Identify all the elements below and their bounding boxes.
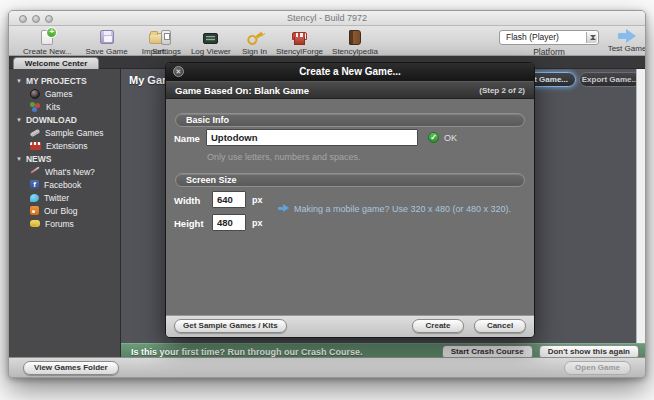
sidebar-item-whats-new[interactable]: What's New? xyxy=(9,165,120,178)
cancel-button[interactable]: Cancel xyxy=(474,319,526,333)
sidebar-section-download[interactable]: DOWNLOAD xyxy=(9,113,120,126)
name-label: Name xyxy=(174,133,200,144)
sidebar-item-games[interactable]: Games xyxy=(9,87,120,100)
name-hint: Only use letters, numbers and spaces. xyxy=(207,152,361,162)
extensions-awning-icon xyxy=(30,142,41,150)
toolbar-stencylforge[interactable]: StencylForge xyxy=(276,29,323,56)
key-icon xyxy=(246,29,263,45)
dialog-footer: Get Sample Games / Kits Create Cancel xyxy=(166,315,534,337)
crash-course-message: Is this your first time? Run through our… xyxy=(131,347,442,357)
tab-welcome-center[interactable]: Welcome Center xyxy=(13,57,99,69)
height-label: Height xyxy=(174,218,204,229)
toolbar-test-game[interactable]: Test Game xyxy=(607,29,646,53)
dialog-title: Create a New Game... xyxy=(166,63,534,81)
pin-icon xyxy=(30,166,39,173)
height-input[interactable] xyxy=(212,214,246,231)
toolbar-settings[interactable]: Settings xyxy=(152,29,181,56)
dialog-body: Basic Info Name OK Only use letters, num… xyxy=(166,99,534,315)
toolbar: Create New... Save Game Import... Settin… xyxy=(9,26,645,56)
ok-check-icon xyxy=(428,132,439,143)
sidebar-item-kits[interactable]: Kits xyxy=(9,100,120,113)
name-input[interactable] xyxy=(206,129,418,146)
based-on-label: Game Based On: Blank Game xyxy=(175,82,309,100)
get-sample-games-button[interactable]: Get Sample Games / Kits xyxy=(174,319,287,333)
zoom-window-icon[interactable] xyxy=(45,15,53,23)
sidebar-section-news[interactable]: NEWS xyxy=(9,152,120,165)
basic-info-section-header: Basic Info xyxy=(175,113,525,127)
book-icon xyxy=(349,29,361,45)
sidebar-item-extensions[interactable]: Extensions xyxy=(9,139,120,152)
sidebar-item-twitter[interactable]: Twitter xyxy=(9,191,120,204)
log-screen-icon xyxy=(203,29,218,45)
toolbar-log-viewer[interactable]: Log Viewer xyxy=(191,29,231,56)
sidebar-item-facebook[interactable]: Facebook xyxy=(9,178,120,191)
window-title: Stencyl - Build 7972 xyxy=(9,11,645,26)
bottom-bar: View Games Folder Open Game xyxy=(9,357,645,377)
width-label: Width xyxy=(174,195,200,206)
blue-arrow-icon xyxy=(618,29,637,43)
toolbar-save-game[interactable]: Save Game xyxy=(85,29,127,56)
twitter-bird-icon xyxy=(30,194,39,202)
step-indicator: (Step 2 of 2) xyxy=(479,82,525,100)
screen-size-section-header: Screen Size xyxy=(175,173,525,187)
scrollbar[interactable] xyxy=(636,69,645,343)
toolbar-create-new[interactable]: Create New... xyxy=(23,29,71,56)
dialog-title-bar: Create a New Game... xyxy=(166,63,534,81)
export-game-button[interactable]: Export Game... xyxy=(579,72,641,87)
save-icon xyxy=(100,29,114,45)
platform-select[interactable]: Flash (Player) xyxy=(499,30,599,45)
close-window-icon[interactable] xyxy=(19,15,27,23)
width-input[interactable] xyxy=(212,191,246,208)
minimize-window-icon[interactable] xyxy=(32,15,40,23)
mobile-hint-arrow-icon xyxy=(278,204,289,212)
games-sphere-icon xyxy=(30,89,40,99)
sidebar-item-forums[interactable]: Forums xyxy=(9,217,120,230)
speech-bubble-icon xyxy=(30,220,40,227)
chain-link-icon xyxy=(30,128,41,136)
sidebar-item-sample-games[interactable]: Sample Games xyxy=(9,126,120,139)
rss-blog-icon xyxy=(30,206,39,215)
create-button[interactable]: Create xyxy=(412,319,464,333)
name-status: OK xyxy=(444,133,457,143)
toolbar-sign-in[interactable]: Sign In xyxy=(242,29,267,56)
dialog-close-icon[interactable] xyxy=(173,66,184,77)
new-document-icon xyxy=(41,29,53,45)
kits-cluster-icon xyxy=(30,102,35,107)
desktop: Stencyl - Build 7972 Create New... Save … xyxy=(0,0,654,400)
toolbar-stencylpedia[interactable]: Stencylpedia xyxy=(332,29,378,56)
width-unit: px xyxy=(252,195,263,205)
platform-select-value: Flash (Player) xyxy=(506,32,559,42)
select-stepper-icon xyxy=(586,32,597,43)
mobile-hint: Making a mobile game? Use 320 x 480 (or … xyxy=(294,204,511,214)
view-games-folder-button[interactable]: View Games Folder xyxy=(23,361,119,375)
height-unit: px xyxy=(252,218,263,228)
open-game-button: Open Game xyxy=(564,361,631,375)
shop-awning-icon xyxy=(292,29,307,45)
traffic-lights xyxy=(19,15,53,23)
dialog-subheader: Game Based On: Blank Game (Step 2 of 2) xyxy=(166,81,534,99)
facebook-icon xyxy=(30,180,39,189)
title-bar: Stencyl - Build 7972 xyxy=(9,11,645,26)
sidebar-section-my-projects[interactable]: MY PROJECTS xyxy=(9,74,120,87)
sidebar: MY PROJECTS Games Kits DOWNLOAD Sample G… xyxy=(9,69,121,359)
sidebar-item-our-blog[interactable]: Our Blog xyxy=(9,204,120,217)
create-game-dialog: Create a New Game... Game Based On: Blan… xyxy=(165,62,535,338)
settings-switch-icon xyxy=(161,29,171,45)
